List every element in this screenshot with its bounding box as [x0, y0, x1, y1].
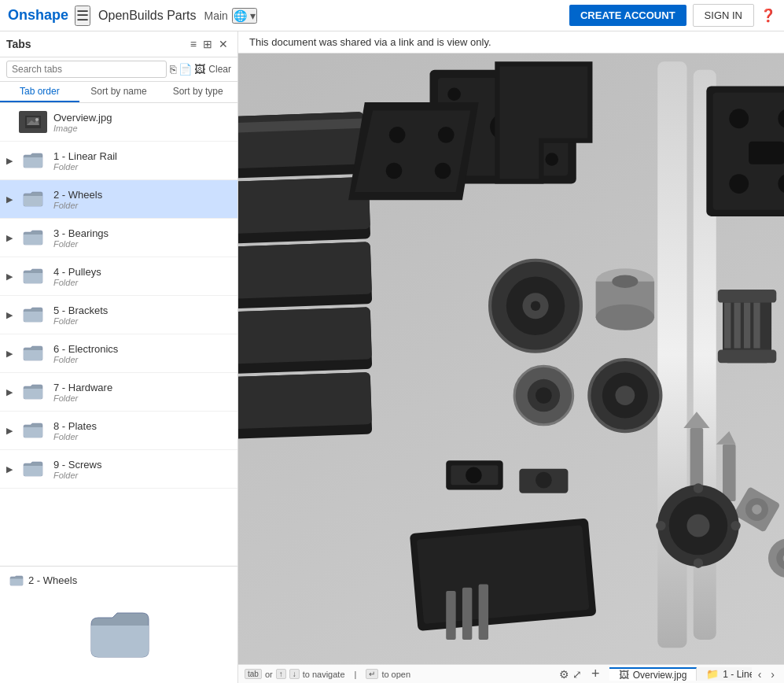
- expand-button[interactable]: ⤢: [572, 668, 582, 681]
- svg-point-54: [596, 305, 654, 330]
- sort-by-name-button[interactable]: Sort by name: [79, 82, 159, 102]
- folder-icon: [19, 223, 47, 252]
- sidebar-sort-bar: Tab order Sort by name Sort by type: [0, 82, 237, 103]
- list-item[interactable]: ▶ 9 - Screws Folder: [0, 450, 237, 489]
- kb-open-label: to open: [381, 670, 410, 679]
- sidebar-list-view-button[interactable]: ≡: [187, 36, 200, 52]
- tab-item-info: 7 - Hardware Folder: [53, 382, 112, 403]
- sign-in-button[interactable]: SIGN IN: [693, 4, 754, 27]
- main-area: Tabs ≡ ⊞ ✕ ⎘ 📄 🖼 Clear Tab order Sort by…: [0, 31, 784, 683]
- tab-item-type: Folder: [53, 278, 101, 287]
- expand-arrow: ▶: [6, 426, 19, 436]
- svg-rect-148: [462, 588, 472, 640]
- tab-item-type: Folder: [53, 471, 101, 480]
- header: Onshape ☰ OpenBuilds Parts Main 🌐 ▾ CREA…: [0, 0, 784, 31]
- logo: Onshape: [8, 7, 68, 24]
- svg-point-37: [729, 174, 749, 194]
- sidebar-search-icons: ⎘ 📄 🖼: [170, 63, 205, 76]
- app-title: OpenBuilds Parts: [98, 9, 197, 23]
- expand-arrow: ▶: [6, 349, 19, 359]
- folder-tab-icon: 📁: [706, 668, 719, 680]
- preview-area: [238, 54, 784, 664]
- sidebar-title: Tabs: [6, 38, 187, 50]
- bottom-tab-overview[interactable]: 🖼 Overview.jpg: [609, 667, 698, 681]
- svg-point-35: [729, 109, 749, 128]
- folder-icon: [19, 301, 47, 329]
- svg-point-30: [435, 163, 451, 179]
- tab-item-name: 5 - Brackets: [53, 305, 108, 316]
- bottom-tab-label: Overview.jpg: [633, 670, 687, 681]
- bottom-tab-label: 1 - Linear Rail: [723, 669, 751, 680]
- tab-item-name: 3 - Bearings: [53, 227, 109, 239]
- list-item[interactable]: ▶ 4 - Pulleys Folder: [0, 257, 237, 296]
- parts-image: [238, 54, 784, 664]
- svg-point-132: [694, 483, 703, 493]
- svg-point-138: [466, 467, 482, 484]
- sidebar-search-bar: ⎘ 📄 🖼 Clear: [0, 57, 237, 82]
- svg-point-133: [694, 558, 703, 567]
- tab-item-info: 9 - Screws Folder: [53, 459, 101, 480]
- tab-item-type: Folder: [53, 316, 108, 326]
- folder-icon: [19, 455, 47, 483]
- help-icon[interactable]: ❓: [760, 8, 776, 23]
- scroll-right-button[interactable]: ›: [767, 666, 778, 682]
- tab-item-info: 2 - Wheels Folder: [53, 189, 102, 210]
- svg-rect-68: [718, 350, 776, 364]
- tab-item-info: 3 - Bearings Folder: [53, 227, 109, 249]
- sidebar-header: Tabs ≡ ⊞ ✕: [0, 31, 237, 57]
- list-item[interactable]: ▶ 3 - Bearings Folder: [0, 219, 237, 257]
- sidebar-grid-view-button[interactable]: ⊞: [200, 36, 215, 52]
- tab-item-type: Folder: [53, 239, 109, 249]
- create-account-button[interactable]: CREATE ACCOUNT: [569, 5, 686, 26]
- svg-point-131: [686, 515, 709, 537]
- move-icon[interactable]: 📄: [179, 63, 192, 76]
- list-item[interactable]: ▶ 7 - Hardware Folder: [0, 373, 237, 412]
- kb-spacer: |: [355, 670, 357, 679]
- selected-item-title: 2 - Wheels: [9, 574, 228, 586]
- tab-item-type: Folder: [53, 432, 97, 441]
- tab-item-name: 8 - Plates: [53, 420, 97, 432]
- list-item[interactable]: ▶ 8 - Plates Folder: [0, 412, 237, 450]
- list-item[interactable]: ▶ 1 - Linear Rail Folder: [0, 142, 237, 180]
- globe-button[interactable]: 🌐 ▾: [232, 8, 257, 24]
- list-item[interactable]: ▶ 6 - Electronics Folder: [0, 334, 237, 373]
- copy-icon[interactable]: ⎘: [170, 63, 176, 76]
- sort-tab-order-button[interactable]: Tab order: [0, 82, 79, 102]
- tab-item-type: Folder: [53, 201, 102, 210]
- branch-label: Main: [204, 9, 228, 22]
- tab-item-type: Folder: [53, 355, 118, 364]
- image-icon[interactable]: 🖼: [194, 63, 205, 76]
- folder-icon: [19, 262, 47, 290]
- sidebar-close-button[interactable]: ✕: [215, 36, 231, 52]
- keyboard-shortcut-bar: tab or ↑ ↓ to navigate | ↵ to open ⚙ ⤢ +…: [238, 664, 784, 683]
- folder-icon: [19, 416, 47, 445]
- add-tab-button[interactable]: +: [585, 666, 606, 682]
- tab-item-name: 1 - Linear Rail: [53, 150, 117, 162]
- list-item[interactable]: Overview.jpg Image: [0, 103, 237, 142]
- svg-rect-147: [446, 591, 455, 640]
- tab-item-name: 9 - Screws: [53, 459, 101, 471]
- enter-key: ↵: [366, 669, 378, 679]
- tab-item-name: 7 - Hardware: [53, 382, 112, 393]
- list-item[interactable]: ▶ 5 - Brackets Folder: [0, 296, 237, 334]
- tab-item-name: 6 - Electronics: [53, 343, 118, 355]
- settings-gear-button[interactable]: ⚙: [559, 668, 569, 681]
- svg-rect-67: [718, 290, 776, 303]
- svg-point-3: [35, 118, 39, 121]
- expand-arrow: ▶: [6, 233, 19, 243]
- image-tab-icon: 🖼: [619, 669, 629, 681]
- search-input[interactable]: [6, 61, 167, 78]
- tab-item-info: 6 - Electronics Folder: [53, 343, 118, 364]
- kb-or: or: [265, 670, 273, 679]
- clear-button[interactable]: Clear: [208, 64, 231, 75]
- tab-item-info: 4 - Pulleys Folder: [53, 266, 101, 287]
- svg-point-62: [615, 386, 635, 405]
- list-item[interactable]: ▶ 2 - Wheels Folder: [0, 180, 237, 219]
- sort-by-type-button[interactable]: Sort by type: [158, 82, 237, 102]
- bottom-tab-linear-rail[interactable]: 📁 1 - Linear Rail: [697, 667, 751, 681]
- svg-point-59: [531, 301, 540, 311]
- menu-button[interactable]: ☰: [75, 6, 90, 26]
- scroll-left-button[interactable]: ‹: [755, 666, 765, 682]
- expand-arrow: ▶: [6, 271, 19, 282]
- thumbnail-icon: [19, 108, 47, 136]
